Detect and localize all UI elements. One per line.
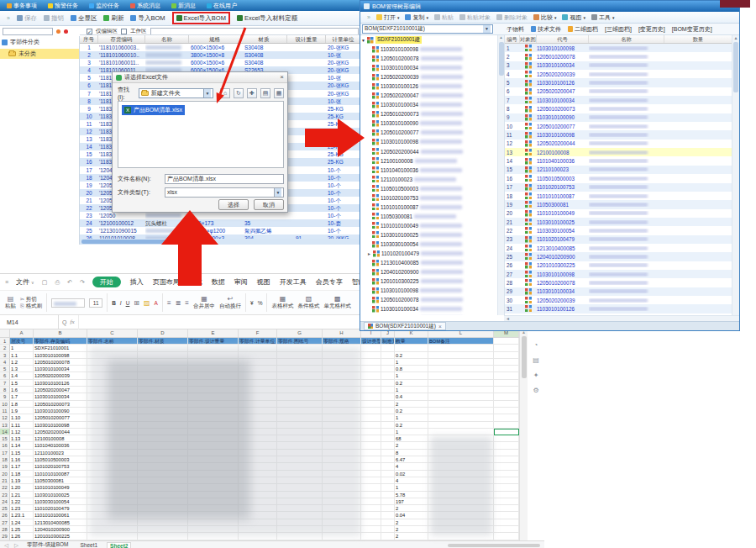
cell[interactable] bbox=[428, 526, 494, 533]
cell[interactable] bbox=[428, 366, 494, 372]
cell[interactable] bbox=[361, 435, 381, 442]
cell[interactable] bbox=[428, 492, 494, 498]
bom-toolbar-比较[interactable]: 比较▾ bbox=[533, 13, 557, 22]
bom-toolbar-粘贴对象[interactable]: 粘贴对象 bbox=[459, 13, 491, 22]
cell[interactable] bbox=[87, 387, 138, 393]
cell[interactable]: 2 bbox=[395, 505, 428, 512]
cell[interactable] bbox=[239, 408, 277, 414]
cell[interactable] bbox=[428, 429, 494, 435]
cell[interactable] bbox=[188, 429, 239, 435]
cell[interactable] bbox=[428, 393, 494, 400]
row-header-28[interactable]: 28 bbox=[0, 526, 10, 533]
dialog-close-icon[interactable]: × bbox=[280, 74, 284, 81]
tree-item[interactable]: 1201010300225 bbox=[361, 277, 497, 286]
cell[interactable]: 1205020200044 bbox=[34, 429, 87, 435]
cell[interactable]: 1.19 bbox=[10, 477, 34, 484]
cell[interactable] bbox=[277, 345, 323, 351]
excel-tab-公式[interactable]: 公式 bbox=[189, 277, 202, 287]
row-header-24[interactable]: 24 bbox=[0, 498, 10, 505]
cell[interactable] bbox=[239, 429, 277, 435]
cell[interactable]: 4 bbox=[395, 477, 428, 484]
cell[interactable]: 1 bbox=[395, 387, 428, 393]
cell[interactable]: 1 bbox=[10, 345, 34, 351]
table-style-button[interactable]: ▦表格样式 bbox=[271, 296, 293, 309]
cell[interactable] bbox=[381, 477, 395, 484]
cell[interactable] bbox=[361, 505, 381, 512]
cell[interactable] bbox=[323, 359, 361, 366]
cell[interactable]: 1.18 bbox=[10, 471, 34, 477]
refresh-icon[interactable]: ↻ bbox=[234, 88, 244, 98]
cell[interactable] bbox=[323, 380, 361, 387]
cell[interactable] bbox=[239, 442, 277, 449]
cell[interactable] bbox=[494, 338, 519, 345]
cell[interactable] bbox=[87, 477, 138, 484]
cell[interactable] bbox=[428, 380, 494, 387]
bom-table-row[interactable]: 111103010100098 bbox=[505, 130, 732, 139]
row-header-7[interactable]: 7 bbox=[0, 380, 10, 387]
cell[interactable] bbox=[239, 387, 277, 393]
fill-color-button[interactable]: ▨ bbox=[144, 299, 150, 307]
cell[interactable]: 1205010200077 bbox=[34, 414, 87, 421]
tree-item[interactable]: 1101020100753 bbox=[361, 193, 497, 203]
bom-table-row[interactable]: 251204010200900 bbox=[505, 252, 732, 261]
cell[interactable] bbox=[428, 519, 494, 526]
tree-item[interactable]: 1103010100034 bbox=[361, 100, 497, 109]
cell[interactable] bbox=[188, 387, 239, 393]
borders-button[interactable]: ⊞ bbox=[134, 299, 139, 307]
cell[interactable] bbox=[277, 498, 323, 505]
cell[interactable]: 1 bbox=[395, 429, 428, 435]
cell[interactable] bbox=[361, 414, 381, 421]
tree-item[interactable]: 1205020200044 bbox=[361, 147, 497, 156]
bom-column-header-对象图标[interactable]: 对象图标 bbox=[520, 35, 537, 43]
cell[interactable] bbox=[323, 387, 361, 393]
cell[interactable] bbox=[428, 352, 494, 359]
cell[interactable] bbox=[138, 526, 188, 533]
row-header-4[interactable]: 4 bbox=[0, 359, 10, 366]
row-header-21[interactable]: 21 bbox=[0, 477, 10, 484]
cell[interactable] bbox=[188, 526, 239, 533]
cell[interactable]: 0.2 bbox=[395, 422, 428, 429]
cell[interactable]: 1103010100034 bbox=[34, 393, 87, 400]
cell[interactable] bbox=[87, 435, 138, 442]
cell[interactable] bbox=[381, 484, 395, 491]
cell[interactable] bbox=[361, 456, 381, 463]
cell[interactable] bbox=[361, 387, 381, 393]
cell[interactable] bbox=[428, 345, 494, 351]
cell[interactable] bbox=[494, 387, 519, 393]
bom-table-row[interactable]: 171101020100753 bbox=[505, 183, 732, 192]
tree-item[interactable]: 1103010100090 bbox=[361, 119, 497, 128]
redo-icon[interactable]: ↷ bbox=[80, 279, 85, 286]
tree-item[interactable]: ►1101020100479 bbox=[361, 249, 497, 258]
filter-clear-icon[interactable] bbox=[64, 29, 68, 34]
bom-table-row[interactable]: 211103010100025 bbox=[505, 218, 732, 226]
cell[interactable] bbox=[277, 456, 323, 463]
cell[interactable]: 2 bbox=[395, 519, 428, 526]
conditional-format-button[interactable]: ▧条件格式 bbox=[297, 296, 319, 309]
cell[interactable] bbox=[381, 492, 395, 498]
print-icon[interactable]: ⎙ bbox=[55, 279, 60, 286]
cell[interactable] bbox=[381, 471, 395, 477]
cell[interactable] bbox=[494, 463, 519, 470]
cell[interactable] bbox=[361, 477, 381, 484]
bom-column-header-代号[interactable]: 代号 bbox=[537, 35, 589, 43]
cell[interactable] bbox=[239, 519, 277, 526]
cell[interactable]: 197 bbox=[395, 498, 428, 505]
table-row[interactable]: 23'1205010-个 bbox=[80, 212, 361, 219]
cell[interactable]: 1.25 bbox=[10, 526, 34, 533]
cell[interactable] bbox=[87, 498, 138, 505]
cell[interactable]: 1.12 bbox=[10, 429, 34, 435]
tree-item[interactable]: 1205010200078 bbox=[361, 54, 497, 63]
cell[interactable] bbox=[361, 492, 381, 498]
sidebar-tool-icon[interactable]: ◔ bbox=[534, 341, 538, 349]
cell[interactable] bbox=[381, 372, 395, 379]
cell[interactable] bbox=[138, 533, 188, 540]
cell[interactable] bbox=[381, 450, 395, 456]
cell[interactable] bbox=[323, 492, 361, 498]
toolbar-button-全显区[interactable]: 全显区 bbox=[71, 14, 97, 23]
cell[interactable]: 1205010200078 bbox=[34, 359, 87, 366]
bom-table-hscrollbar[interactable]: ◄ bbox=[504, 315, 739, 321]
cancel-button[interactable]: 取消 bbox=[254, 199, 284, 210]
column-header-计量单位[interactable]: 计量单位 bbox=[326, 35, 361, 43]
file-menu[interactable]: 文件∨ bbox=[16, 277, 34, 287]
excel-tab-开始[interactable]: 开始 bbox=[92, 277, 121, 287]
